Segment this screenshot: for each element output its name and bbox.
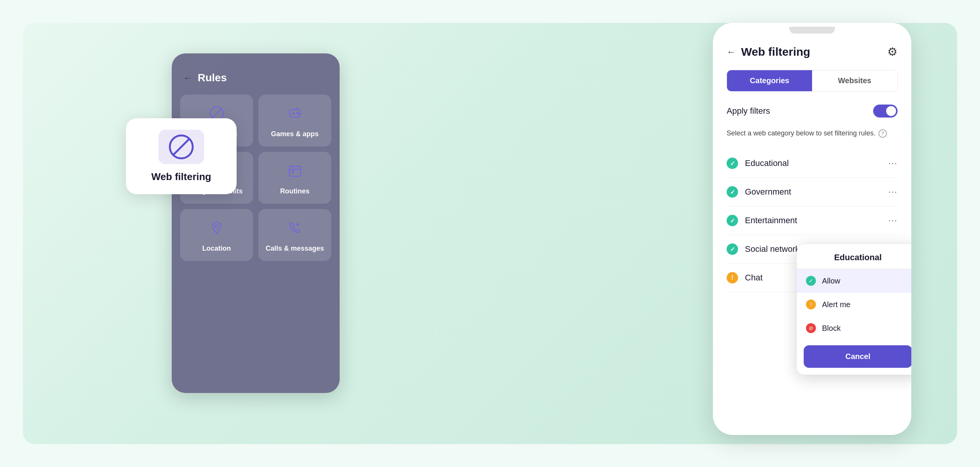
rules-item-calls[interactable]: Calls & messages [258, 209, 331, 261]
tab-websites[interactable]: Websites [812, 70, 897, 91]
apply-filters-toggle[interactable] [873, 105, 898, 118]
check-icon-educational: ✓ [727, 158, 738, 169]
svg-line-1 [173, 139, 189, 155]
block-circle-icon: ⊘ [806, 323, 816, 333]
check-icon-social: ✓ [727, 243, 738, 255]
dropdown-title: Educational [797, 244, 911, 269]
dropdown-option-allow-label: Allow [822, 277, 840, 285]
category-name-chat: Chat [745, 273, 762, 283]
select-description-text: Select a web category below to set filte… [727, 128, 875, 138]
wf-back-arrow[interactable]: ← [727, 47, 736, 57]
dropdown-option-alert-label: Alert me [822, 300, 850, 309]
rules-item-label-calls: Calls & messages [266, 245, 324, 253]
select-description: Select a web category below to set filte… [727, 128, 898, 138]
wf-title: Web filtering [741, 45, 810, 58]
rules-header: ← Rules [172, 53, 340, 95]
check-icon-government: ✓ [727, 186, 738, 198]
phone-add-icon [287, 220, 303, 239]
toggle-circle [886, 106, 896, 116]
main-phone: ← Web filtering ⚙ Categories Websites Ap… [713, 23, 911, 435]
category-name-government: Government [745, 187, 791, 197]
tab-categories[interactable]: Categories [727, 70, 812, 91]
rules-phone: ← Rules Web filtering [172, 53, 340, 393]
category-left-chat: ! Chat [727, 272, 762, 283]
web-filter-card-title: Web filtering [152, 171, 211, 183]
help-icon[interactable]: ? [878, 129, 887, 138]
rules-item-routines[interactable]: Routines [258, 152, 331, 204]
dropdown-popup: Educational ✓ Allow ! Alert me ⊘ Block C… [797, 244, 911, 375]
wf-header-left: ← Web filtering [727, 45, 810, 58]
category-name-social: Social network [745, 244, 799, 254]
svg-point-5 [297, 113, 298, 114]
check-icon-chat: ! [727, 272, 738, 283]
rules-back-arrow[interactable]: ← [183, 72, 192, 83]
dropdown-option-block[interactable]: ⊘ Block [797, 316, 911, 340]
location-pin-icon [209, 220, 225, 239]
apply-filters-row: Apply filters [727, 105, 898, 118]
check-icon-entertainment: ✓ [727, 215, 738, 226]
category-item-educational[interactable]: ✓ Educational ··· [727, 149, 898, 178]
dropdown-option-block-label: Block [822, 324, 841, 333]
dropdown-cancel-button[interactable]: Cancel [804, 345, 911, 368]
wf-header: ← Web filtering ⚙ [727, 45, 898, 58]
dropdown-option-allow[interactable]: ✓ Allow [797, 269, 911, 293]
category-name-entertainment: Entertainment [745, 216, 797, 225]
alert-icon: ! [806, 300, 816, 309]
rules-item-location[interactable]: Location [180, 209, 253, 261]
rules-item-games[interactable]: Games & apps [258, 95, 331, 147]
rules-title: Rules [198, 72, 227, 84]
web-filter-card: Web filtering [126, 118, 237, 194]
category-left-government: ✓ Government [727, 186, 791, 198]
category-name-educational: Educational [745, 158, 789, 168]
apply-filters-label: Apply filters [727, 106, 770, 116]
right-section: ← Web filtering ⚙ Categories Websites Ap… [713, 23, 911, 435]
block-icon [168, 134, 195, 160]
svg-point-9 [215, 225, 218, 228]
svg-line-3 [212, 108, 222, 118]
category-item-entertainment[interactable]: ✓ Entertainment ··· [727, 206, 898, 235]
more-dots-entertainment[interactable]: ··· [888, 216, 898, 225]
category-item-government[interactable]: ✓ Government ··· [727, 178, 898, 206]
more-dots-government[interactable]: ··· [888, 187, 898, 197]
rules-item-label-routines: Routines [280, 187, 309, 195]
rules-item-label-location: Location [202, 245, 231, 253]
settings-gear-icon[interactable]: ⚙ [887, 45, 898, 58]
category-left-educational: ✓ Educational [727, 158, 789, 169]
phone-notch [789, 27, 835, 34]
category-left-entertainment: ✓ Entertainment [727, 215, 797, 226]
rules-item-label-games: Games & apps [271, 130, 319, 138]
dropdown-option-alert[interactable]: ! Alert me [797, 293, 911, 316]
calendar-icon [287, 163, 303, 182]
more-dots-educational[interactable]: ··· [888, 158, 898, 168]
games-icon [287, 105, 303, 125]
svg-rect-8 [292, 171, 294, 173]
tabs-row: Categories Websites [727, 70, 898, 92]
web-filter-icon-bg [158, 130, 204, 164]
category-left-social: ✓ Social network [727, 243, 799, 255]
svg-point-6 [298, 114, 299, 115]
svg-rect-7 [289, 166, 301, 176]
allow-check-icon: ✓ [806, 276, 816, 286]
